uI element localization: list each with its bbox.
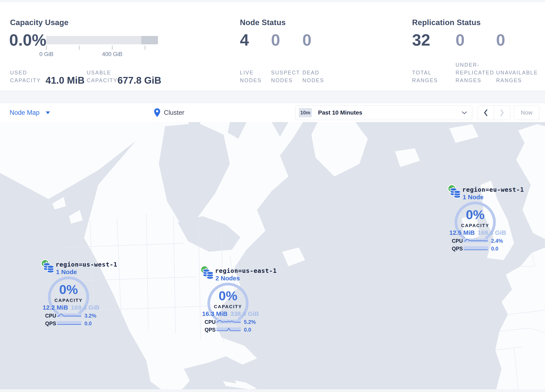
total-ranges-value: 32 [412,32,430,48]
capacity-percent: 0.0% [9,32,46,48]
suspect-nodes-value: 0 [271,32,280,48]
qps-sparkline [57,321,81,325]
region-total-capacity: 169.4 GiB [71,304,99,311]
view-selector-label: Node Map [10,109,39,117]
region-name: region=us-east-1 [215,267,277,274]
time-range-dropdown[interactable]: 10m Past 10 Minutes [295,105,472,120]
total-ranges-label: TOTAL RANGES [412,69,441,84]
node-status-title: Node Status [240,18,286,27]
axis-tick [145,46,145,50]
region-used-capacity: 12.2 MiB [43,304,68,311]
region-capacity-values: 16.3 MiB 338.9 GiB [202,310,259,317]
time-next-button[interactable] [494,106,510,120]
cpu-label: CPU [452,238,463,244]
region-used-capacity: 16.3 MiB [202,310,228,317]
axis-tick-label: 400 GiB [102,51,123,57]
region-capacity-percent: 0% [46,283,92,296]
dead-nodes-value: 0 [302,32,311,48]
region-capacity-values: 12.2 MiB 169.4 GiB [43,304,99,311]
region-used-capacity: 12.5 MiB [449,229,475,236]
time-prev-button[interactable] [478,106,494,120]
axis-tick [79,46,79,50]
axis-tick-label: 0 GiB [39,51,54,57]
under-replicated-ranges-label: UNDER-REPLICATED RANGES [456,61,496,84]
time-range-badge: 10m [299,108,312,117]
region-name: region=eu-west-1 [462,186,524,193]
dead-nodes-label: DEAD NODES [302,69,328,84]
region-capacity-label: CAPACITY [452,223,498,228]
caret-down-icon [46,112,50,114]
unavailable-ranges-value: 0 [496,32,505,48]
cpu-value: 5.2% [244,319,256,325]
cpu-sparkline [216,319,241,324]
chevron-down-icon [462,111,467,114]
qps-label: QPS [204,327,216,333]
capacity-bar [46,36,158,44]
qps-label: QPS [45,321,56,327]
used-capacity-value: 41.0 MiB [46,75,85,85]
region-marker-us-west-1[interactable]: region=us-west-1 1 Node 0% CAPACITY 12.2… [40,259,102,330]
region-name: region=us-west-1 [56,261,117,268]
qps-value: 0.0 [84,321,92,327]
qps-value: 0.0 [491,246,498,252]
unavailable-ranges-label: UNAVAILABLE RANGES [496,69,545,84]
region-capacity-percent: 0% [205,289,251,302]
world-map [0,122,545,389]
cpu-label: CPU [45,313,56,319]
usable-capacity-value: 677.8 GiB [118,75,161,85]
region-capacity-label: CAPACITY [46,298,92,303]
qps-value: 0.0 [244,327,251,333]
now-button[interactable]: Now [514,105,539,120]
cpu-sparkline [57,313,81,318]
axis-tick [112,46,112,50]
map-toolbar: Node Map Cluster 10m Past 10 Minutes Now [0,103,545,123]
replication-status-title: Replication Status [412,18,481,27]
breadcrumb-label: Cluster [164,109,184,117]
time-nav-group [478,105,510,120]
chevron-right-icon [500,109,504,116]
now-button-label: Now [521,109,533,116]
map-pin-icon [154,108,161,117]
region-total-capacity: 338.9 GiB [230,310,259,317]
cpu-value: 2.4% [491,238,503,244]
capacity-bar-segment [141,36,158,44]
suspect-nodes-label: SUSPECT NODES [271,69,302,84]
cpu-label: CPU [204,319,216,325]
chevron-left-icon [484,109,488,116]
database-stack-icon [202,268,215,280]
axis-tick [46,46,47,50]
live-nodes-value: 4 [240,32,249,48]
cluster-summary-panel: Capacity Usage 0.0% 0 GiB 400 GiB USED C… [0,2,545,91]
cpu-sparkline [464,238,488,243]
region-marker-eu-west-1[interactable]: region=eu-west-1 1 Node 0% CAPACITY 12.5… [446,184,509,255]
database-stack-icon [42,262,56,274]
capacity-usage-title: Capacity Usage [10,18,68,27]
region-capacity-label: CAPACITY [205,304,251,309]
live-nodes-label: LIVE NODES [240,69,265,84]
database-stack-icon [449,187,462,199]
region-total-capacity: 169.4 GiB [477,229,506,236]
qps-sparkline [464,246,488,251]
usable-capacity-label: USABLE CAPACITY [87,69,118,84]
time-range-label: Past 10 Minutes [318,109,362,116]
region-capacity-values: 12.5 MiB 169.4 GiB [449,229,506,236]
qps-label: QPS [452,246,463,252]
used-capacity-label: USED CAPACITY [10,69,41,84]
region-marker-us-east-1[interactable]: region=us-east-1 2 Nodes 0% CAPACITY 16.… [199,265,262,336]
node-map[interactable] [0,122,545,389]
view-selector-dropdown[interactable]: Node Map [10,103,50,122]
under-replicated-ranges-value: 0 [456,32,464,48]
breadcrumb[interactable]: Cluster [154,103,184,122]
region-capacity-percent: 0% [452,208,498,221]
qps-sparkline [216,327,241,332]
cpu-value: 3.2% [84,313,96,319]
